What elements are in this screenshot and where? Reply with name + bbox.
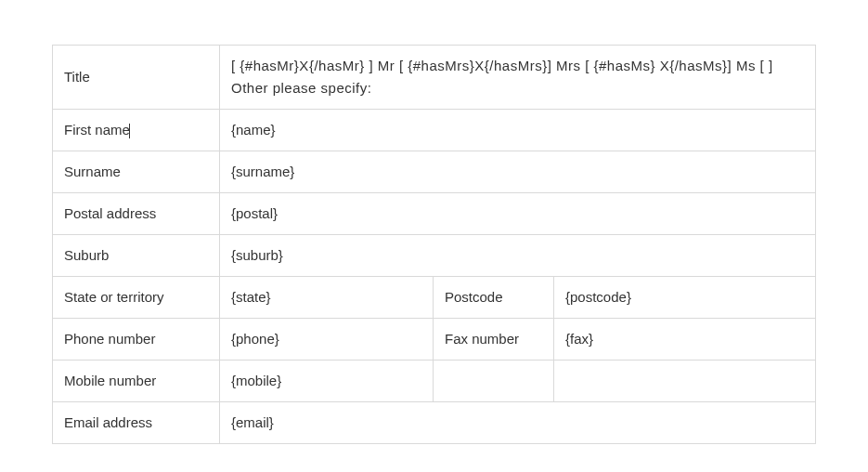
label-postcode: Postcode [434, 277, 554, 319]
value-state: {state} [220, 277, 434, 319]
value-title: [ {#hasMr}X{/hasMr} ] Mr [ {#hasMrs}X{/h… [220, 46, 816, 110]
value-phone: {phone} [220, 319, 434, 361]
row-state-postcode: State or territory {state} Postcode {pos… [53, 277, 816, 319]
label-first-name: First name [53, 110, 220, 151]
value-postcode: {postcode} [554, 277, 816, 319]
form-table: Title [ {#hasMr}X{/hasMr} ] Mr [ {#hasMr… [52, 45, 816, 444]
label-state: State or territory [53, 277, 220, 319]
label-fax: Fax number [434, 319, 554, 361]
empty-cell-mobile-1 [434, 361, 554, 402]
row-first-name: First name {name} [53, 110, 816, 151]
row-surname: Surname {surname} [53, 151, 816, 193]
value-first-name: {name} [220, 110, 816, 151]
empty-cell-mobile-2 [554, 361, 816, 402]
value-surname: {surname} [220, 151, 816, 193]
label-phone: Phone number [53, 319, 220, 361]
label-email: Email address [53, 402, 220, 444]
value-email: {email} [220, 402, 816, 444]
value-postal: {postal} [220, 193, 816, 235]
label-mobile: Mobile number [53, 361, 220, 402]
row-postal: Postal address {postal} [53, 193, 816, 235]
text-cursor-icon [129, 124, 130, 138]
label-suburb: Suburb [53, 235, 220, 277]
label-surname: Surname [53, 151, 220, 193]
label-postal: Postal address [53, 193, 220, 235]
value-mobile: {mobile} [220, 361, 434, 402]
row-mobile: Mobile number {mobile} [53, 361, 816, 402]
value-fax: {fax} [554, 319, 816, 361]
row-phone-fax: Phone number {phone} Fax number {fax} [53, 319, 816, 361]
row-title: Title [ {#hasMr}X{/hasMr} ] Mr [ {#hasMr… [53, 46, 816, 110]
label-title: Title [53, 46, 220, 110]
label-first-name-text: First name [64, 122, 130, 138]
row-email: Email address {email} [53, 402, 816, 444]
row-suburb: Suburb {suburb} [53, 235, 816, 277]
value-suburb: {suburb} [220, 235, 816, 277]
